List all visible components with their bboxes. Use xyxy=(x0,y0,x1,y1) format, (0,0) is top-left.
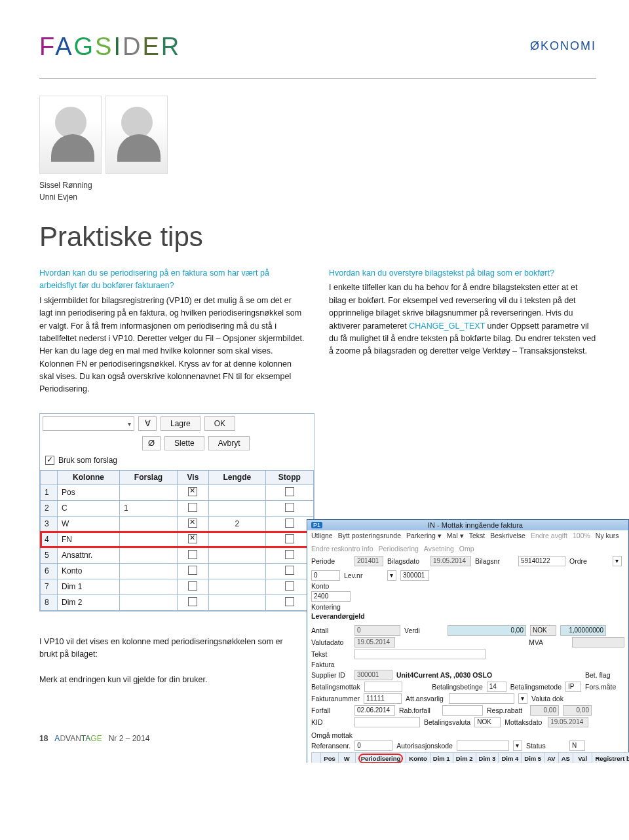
th-lengde[interactable]: Lengde xyxy=(208,470,265,484)
mnu-avsetning[interactable]: Avsetning xyxy=(424,545,454,553)
mnu-beskrivelse[interactable]: Beskrivelse xyxy=(490,532,525,539)
window-titlebar: P1 IN - Mottak inngående faktura xyxy=(307,520,628,530)
lbl-valutadato: Valutadato xyxy=(311,638,351,646)
lbl-attansvarlig: Att.ansvarlig xyxy=(406,695,445,703)
fld-forfall[interactable]: 02.06.2014 xyxy=(354,705,395,716)
th-vis[interactable]: Vis xyxy=(177,470,208,484)
fld-mottaksdato[interactable]: 19.05.2014 xyxy=(548,717,588,727)
fld-periode[interactable]: 201401 xyxy=(354,556,383,566)
table-row[interactable]: 3W2 xyxy=(41,516,314,532)
fld-bilagsdato[interactable]: 19.05.2014 xyxy=(430,556,471,566)
screenshot-invoice-window: P1 IN - Mottak inngående faktura Utligne… xyxy=(307,519,629,763)
answer-1: I skjermbildet for bilagsregistrering (V… xyxy=(39,295,307,396)
fld-valutadato[interactable]: 19.05.2014 xyxy=(354,637,395,648)
lbl-rabforfall: Rab.forfall xyxy=(399,706,438,714)
use-default-checkbox[interactable] xyxy=(45,456,54,465)
th-forslag[interactable]: Forslag xyxy=(120,470,178,484)
fld-rate[interactable]: 1,00000000 xyxy=(560,625,606,636)
question-2: Hvordan kan du overstyre bilagstekst på … xyxy=(329,267,596,280)
fld-status[interactable]: N xyxy=(569,740,585,751)
mnu-utligne[interactable]: Utligne xyxy=(311,532,333,539)
grid-header[interactable] xyxy=(312,752,321,763)
lbl-betbetinge: Betalingsbetinge xyxy=(432,683,483,691)
fld-betmottak[interactable] xyxy=(364,682,402,692)
table-row[interactable]: 4FN xyxy=(41,532,314,547)
caption-p1: I VP10 vil det vises en kolonne med peri… xyxy=(39,636,288,661)
fld-levnr[interactable]: 300001 xyxy=(400,570,429,581)
chevron-down-icon: ▾ xyxy=(128,420,131,427)
table-row[interactable]: 5Ansattnr. xyxy=(41,547,314,563)
table-row[interactable]: 7Dim 1 xyxy=(41,579,314,594)
mnu-nykurs[interactable]: Ny kurs xyxy=(596,532,619,539)
mnu-omp[interactable]: Omp xyxy=(459,545,474,553)
mnu-mal[interactable]: Mal ▾ xyxy=(447,532,464,539)
grid-header[interactable]: AS xyxy=(558,752,573,763)
postings-grid: PosWPeriodiseringKontoDim 1Dim 2Dim 3Dim… xyxy=(311,752,629,763)
table-row[interactable]: 6Konto xyxy=(41,563,314,579)
grid-header[interactable]: Periodisering xyxy=(355,752,406,763)
grid-header[interactable]: W xyxy=(338,752,355,763)
grid-header[interactable]: Dim 1 xyxy=(430,752,453,763)
fld-betbetinge[interactable]: 14 xyxy=(487,682,506,692)
magazine-name: ADVANTAGE xyxy=(54,734,102,743)
fld-nok[interactable]: NOK xyxy=(530,625,556,636)
avbryt-button[interactable]: Avbryt xyxy=(208,436,250,450)
lbl-autorisasjon: Autorisasjonskode xyxy=(396,742,453,750)
fld-supplier[interactable]: 300001 xyxy=(354,670,392,680)
fld-konto[interactable]: 2400 xyxy=(311,591,351,602)
th-kolonne[interactable]: Kolonne xyxy=(58,470,120,484)
fld-verdi[interactable]: 0,00 xyxy=(448,625,526,636)
table-row[interactable]: 2C1 xyxy=(41,500,314,516)
grid-header[interactable]: Dim 5 xyxy=(522,752,544,763)
grid-header[interactable]: AV xyxy=(544,752,559,763)
lbl-faktura: Faktura xyxy=(311,661,351,668)
table-row[interactable]: 8Dim 2 xyxy=(41,594,314,610)
fld-betvaluta[interactable]: NOK xyxy=(474,717,501,727)
table-row[interactable]: 1Pos xyxy=(41,484,314,500)
fld-resprabatt2[interactable]: 0,00 xyxy=(563,705,592,716)
grid-header[interactable]: Dim 2 xyxy=(453,752,476,763)
mnu-endreavgift[interactable]: Endre avgift xyxy=(531,532,567,539)
fld-antall[interactable]: 0 xyxy=(354,625,400,636)
fld-rabforfall[interactable] xyxy=(442,705,483,716)
fld-resprabatt[interactable]: 0,00 xyxy=(530,705,559,716)
fld-refnr[interactable]: 0 xyxy=(354,740,392,751)
ok-button[interactable]: OK xyxy=(204,416,235,431)
mnu-100[interactable]: 100% xyxy=(573,532,590,539)
grid-header[interactable]: Konto xyxy=(406,752,430,763)
mnu-periodisering[interactable]: Periodisering xyxy=(379,545,419,553)
strike-button[interactable]: Ø xyxy=(142,436,161,450)
fld-fakturanr[interactable]: 11111 xyxy=(364,693,402,704)
slette-button[interactable]: Slette xyxy=(164,436,204,450)
fld-tekst[interactable] xyxy=(354,649,486,659)
author-photo-1 xyxy=(39,96,102,174)
mnu-parkering[interactable]: Parkering ▾ xyxy=(406,532,442,539)
grid-header[interactable]: Dim 4 xyxy=(499,752,522,763)
grid-header[interactable]: Pos xyxy=(321,752,338,763)
author-1: Sissel Rønning xyxy=(39,179,596,191)
caption-p2: Merk at endringen kun vil gjelde for din… xyxy=(39,674,288,686)
fld-bilagsnr[interactable]: 59140122 xyxy=(518,556,565,566)
fld-autkode[interactable] xyxy=(457,740,509,751)
grid-header[interactable]: Dim 3 xyxy=(476,752,499,763)
window-title: IN - Mottak inngående faktura xyxy=(326,521,624,529)
fld-mva[interactable] xyxy=(572,637,624,648)
lbl-forsmate: Fors.måte xyxy=(585,683,624,691)
lagre-button[interactable]: Lagre xyxy=(161,416,200,431)
author-photo-2 xyxy=(105,96,168,174)
fld-betmetode[interactable]: IP xyxy=(565,682,581,692)
fld-attansv[interactable] xyxy=(449,693,514,704)
template-combo[interactable]: ▾ xyxy=(43,416,134,431)
th-stopp[interactable]: Stopp xyxy=(265,470,313,484)
grid-header[interactable]: Val xyxy=(573,752,592,763)
grid-header[interactable]: Registrert beløp xyxy=(592,752,629,763)
mnu-reskontro[interactable]: Endre reskontro info xyxy=(311,545,373,553)
page-number: 18 xyxy=(39,734,48,743)
lbl-resprabatt: Resp.rabatt xyxy=(487,706,526,714)
fld-ordre[interactable]: 0 xyxy=(311,570,340,581)
fld-kid[interactable] xyxy=(354,717,420,727)
forall-button[interactable]: ∀ xyxy=(138,416,157,431)
mnu-bytt[interactable]: Bytt posteringsrunde xyxy=(338,532,401,539)
lbl-mva: MVA xyxy=(529,638,568,646)
mnu-tekst[interactable]: Tekst xyxy=(469,532,486,539)
